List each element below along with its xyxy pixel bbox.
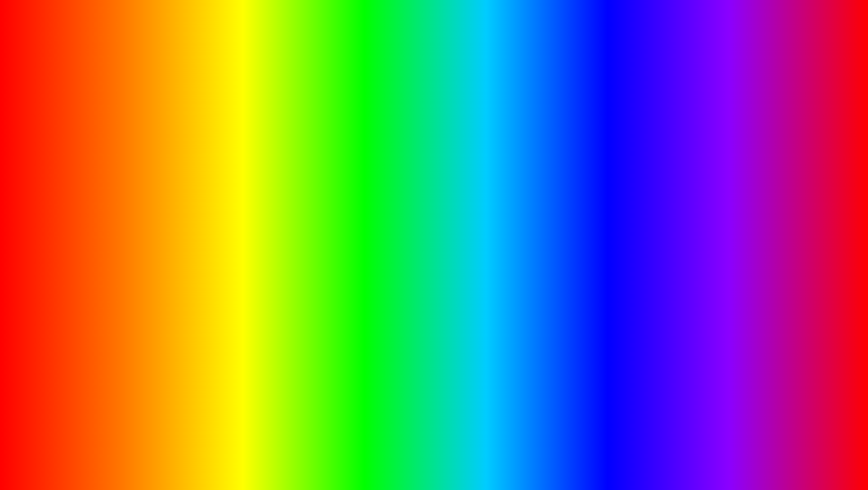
panel-right-sidebar: ⚔ Founder & Dev 🏠 Main ⚔ Farm 🗺 Island/E… <box>564 184 613 321</box>
bottom-auto: AUTO <box>238 439 330 475</box>
sidebar-item-raid[interactable]: ⚔ Raid <box>45 276 94 293</box>
sidebar-item-founder[interactable]: ⚔ Founder & Dev <box>45 184 94 205</box>
bottom-text: AUTO FARM SCRIPT PASTEBIN <box>4 438 864 475</box>
island-icon: 🗺 <box>49 244 59 254</box>
devil-icon: 🍎 <box>49 314 59 324</box>
right-farm-icon: ⚔ <box>568 227 578 236</box>
panel-right-title: Grape Hub Gen 2.3 <box>569 174 617 180</box>
sidebar-item-farm[interactable]: ⚔ Farm <box>45 223 94 241</box>
start-farm-selected-row[interactable]: Start Farm Selected Mode ✓ <box>94 222 190 241</box>
main-farm-row[interactable]: Main Farm <box>94 204 190 222</box>
minimize-button[interactable]: – <box>283 174 290 180</box>
panel-right-content: Raid Select Chip Dough ▲ Buy Chip 🔒 <box>613 183 706 321</box>
star-decoration: ★ <box>300 388 325 419</box>
svg-point-4 <box>447 140 452 144</box>
right-minimize-button[interactable]: – <box>802 174 809 180</box>
right-ald-icon: ⚔ <box>568 279 578 289</box>
sidebar-island-label: Island/ESP <box>63 246 92 253</box>
panel-left-titlebar: Grape Hub Gen 2.3 – ✕ <box>45 171 304 183</box>
svg-point-2 <box>269 140 273 144</box>
panel-right: Grape Hub Gen 2.3 – ✕ ⚔ Founder & Dev 🏠 … <box>563 170 824 322</box>
start-raid-label: Start Raid <box>620 246 648 254</box>
select-type-farm-row[interactable]: Select Type Farm Upper ▲ <box>94 187 190 204</box>
right-main-icon: 🏠 <box>568 209 578 219</box>
right-combat-icon: ⚔ <box>568 262 578 272</box>
sidebar-sky-label: Sky <box>63 334 73 340</box>
sidebar-item-devil[interactable]: 🍎 Devil Fruit <box>45 311 94 328</box>
buy-chip-row[interactable]: Buy Chip 🔒 <box>613 222 706 241</box>
sidebar-devil-label: Devil Fruit <box>63 316 89 323</box>
raid-header-row: Raid <box>613 187 706 204</box>
right-founder-icon: ⚔ <box>568 190 578 200</box>
right-sidebar-ald[interactable]: ⚔ ald <box>564 276 613 293</box>
right-sidebar-island[interactable]: 🗺 Island/ESP <box>564 241 613 258</box>
right-close-button[interactable]: ✕ <box>811 174 818 180</box>
right-sidebar-founder[interactable]: ⚔ Founder & Dev <box>564 184 613 205</box>
kill-aura-row[interactable]: Kill Aura ✓ <box>613 279 706 298</box>
sidebar-item-sky[interactable]: 👤 Sky <box>45 328 94 346</box>
auto-select-toggle[interactable] <box>683 264 699 273</box>
auto-second-sea-label: Auto Second Sea <box>101 263 150 271</box>
auto-next-island-checkbox[interactable]: ✓ <box>690 303 699 312</box>
panel-left-title: Grape Hub Gen 2.3 <box>50 174 98 180</box>
start-farm-checkbox[interactable]: ✓ <box>174 227 183 236</box>
auto-next-island-row[interactable]: Auto Next Island ✓ <box>613 298 706 317</box>
farm-icon: ⚔ <box>49 227 59 236</box>
svg-point-7 <box>715 140 720 144</box>
auto-up-sea-row[interactable]: Auto Up Sea <box>94 241 190 258</box>
right-island-icon: 🗺 <box>568 244 578 254</box>
sidebar-item-main[interactable]: 🏠 Main <box>45 205 94 223</box>
close-button[interactable]: ✕ <box>292 174 299 180</box>
svg-point-1 <box>180 140 184 144</box>
shop-icon: 🛒 <box>49 297 59 307</box>
kill-aura-checkbox[interactable]: ✓ <box>690 284 699 293</box>
start-raid-lock-icon: 🔒 <box>690 245 699 254</box>
founder-icon: ⚔ <box>49 190 59 200</box>
auto-second-sea-row[interactable]: Auto Second Sea <box>94 258 190 276</box>
auto-third-sea-row[interactable]: Auto Third Sea <box>94 276 190 294</box>
volcano <box>197 341 287 441</box>
right-sidebar-farm[interactable]: ⚔ Farm <box>564 223 613 241</box>
svg-point-6 <box>626 140 630 144</box>
sidebar-item-combat[interactable]: ⚔ Combat/PVP <box>45 258 94 276</box>
svg-point-3 <box>358 140 362 144</box>
ectoplasm-row[interactable]: Ectoplasm <box>94 294 190 311</box>
select-chip-label: Select Chip <box>620 209 653 216</box>
raid-header-label: Raid <box>620 192 634 199</box>
lava-cube <box>599 370 671 441</box>
svg-rect-19 <box>409 387 434 398</box>
svg-rect-20 <box>434 387 459 398</box>
title-blox: BLOX <box>214 11 398 82</box>
character <box>362 230 506 419</box>
main-icon: 🏠 <box>49 209 59 219</box>
select-chip-row[interactable]: Select Chip Dough ▲ <box>613 204 706 222</box>
sidebar-raid-label: Raid <box>63 281 75 288</box>
auto-select-doungeon-label: Auto Select Doungeon <box>620 265 683 272</box>
chevron-down-icon: ▲ <box>179 193 184 198</box>
right-sidebar-combat[interactable]: ⚔ Combat/PVP <box>564 258 613 276</box>
panel-right-titlebar: Grape Hub Gen 2.3 – ✕ <box>564 171 823 183</box>
sidebar-founder-label: Founder & Dev <box>63 188 89 201</box>
bottom-pastebin: PASTEBIN <box>513 447 630 473</box>
sidebar-item-shop[interactable]: 🛒 Shop <box>45 293 94 311</box>
select-chip-badge: Dough ▲ <box>677 209 699 216</box>
kill-aura-label: Kill Aura <box>620 285 643 292</box>
select-type-badge: Upper ▲ <box>163 192 184 198</box>
sidebar-item-island[interactable]: 🗺 Island/ESP <box>45 241 94 258</box>
right-sidebar-main[interactable]: 🏠 Main <box>564 205 613 223</box>
auto-up-sea-label: Auto Up Sea <box>101 246 137 253</box>
buy-chip-lock-icon: 🔒 <box>690 227 699 235</box>
sidebar-shop-label: Shop <box>63 298 76 305</box>
sky-icon: 👤 <box>49 332 59 342</box>
no-miss-label: NO MISS SKILL <box>49 147 188 169</box>
panel-left-sidebar: ⚔ Founder & Dev 🏠 Main ⚔ Farm 🗺 Island/E… <box>45 184 94 327</box>
panel-left: Grape Hub Gen 2.3 – ✕ ⚔ Founder & Dev 🏠 … <box>44 170 305 328</box>
start-raid-row[interactable]: Start Raid 🔒 <box>613 241 706 259</box>
sidebar-combat-label: Combat/PVP <box>63 263 97 270</box>
svg-point-21 <box>380 266 488 374</box>
main-farm-label: Main Farm <box>101 209 131 216</box>
auto-select-doungeon-row[interactable]: Auto Select Doungeon <box>613 259 706 279</box>
ectoplasm-label: Ectoplasm <box>101 298 130 306</box>
buy-chip-label: Buy Chip <box>620 227 646 235</box>
no-key-label: NO KEY !!! <box>687 147 783 169</box>
